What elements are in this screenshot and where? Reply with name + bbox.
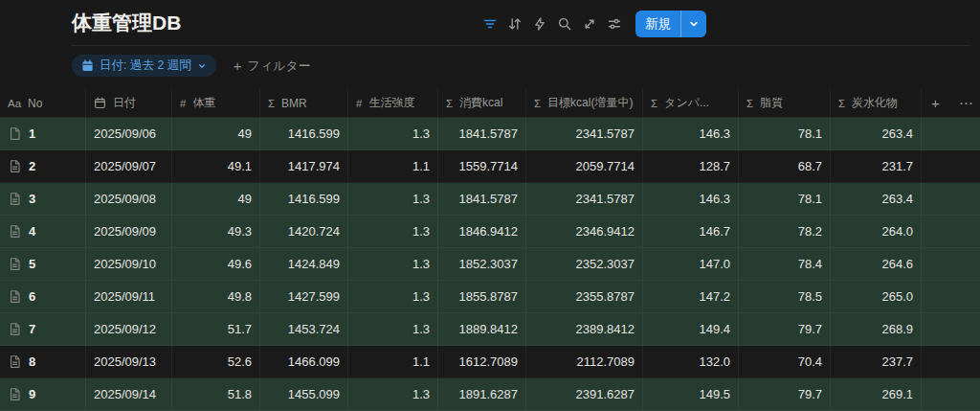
cell-activity[interactable]: 1.3 — [348, 281, 438, 312]
automations-icon[interactable] — [528, 12, 551, 35]
view-settings-icon[interactable] — [603, 12, 626, 35]
cell-bmr[interactable]: 1466.099 — [260, 346, 348, 377]
cell-date[interactable]: 2025/09/06 — [86, 118, 172, 149]
cell-burn-kcal[interactable]: 1889.8412 — [438, 313, 526, 345]
cell-weight[interactable]: 49.8 — [172, 281, 260, 312]
add-column-button[interactable]: + — [929, 95, 942, 111]
cell-carbs[interactable]: 231.7 — [831, 150, 922, 182]
cell-protein[interactable]: 149.5 — [643, 378, 739, 410]
table-row[interactable]: 8 2025/09/13 52.6 1466.099 1.1 1612.7089… — [0, 346, 980, 378]
column-header-date[interactable]: 日付 — [86, 89, 172, 117]
cell-bmr[interactable]: 1453.724 — [260, 313, 348, 345]
new-button-label[interactable]: 新規 — [635, 11, 680, 37]
cell-activity[interactable]: 1.1 — [348, 346, 438, 377]
search-icon[interactable] — [553, 12, 576, 35]
cell-target-kcal[interactable]: 2391.6287 — [526, 378, 643, 410]
cell-bmr[interactable]: 1416.599 — [260, 118, 348, 149]
column-header-activity[interactable]: # 生活強度 — [348, 89, 438, 117]
cell-fat[interactable]: 78.5 — [739, 281, 831, 312]
cell-activity[interactable]: 1.1 — [348, 150, 438, 182]
cell-activity[interactable]: 1.3 — [348, 118, 438, 149]
cell-fat[interactable]: 79.7 — [739, 313, 831, 345]
new-button[interactable]: 新規 — [635, 11, 706, 37]
cell-carbs[interactable]: 268.9 — [831, 313, 922, 345]
cell-target-kcal[interactable]: 2341.5787 — [526, 183, 643, 215]
cell-bmr[interactable]: 1427.599 — [260, 281, 348, 312]
column-header-protein[interactable]: Σ タンパ... — [643, 89, 739, 117]
cell-protein[interactable]: 128.7 — [643, 150, 739, 182]
column-header-burn-kcal[interactable]: Σ 消費kcal — [438, 89, 526, 117]
cell-no[interactable]: 6 — [0, 281, 86, 312]
column-header-fat[interactable]: Σ 脂質 — [739, 89, 831, 117]
column-header-no[interactable]: Aa No — [0, 89, 86, 117]
cell-activity[interactable]: 1.3 — [348, 183, 438, 215]
cell-protein[interactable]: 149.4 — [643, 313, 739, 345]
cell-fat[interactable]: 78.2 — [739, 216, 831, 247]
table-row[interactable]: 9 2025/09/14 51.8 1455.099 1.3 1891.6287… — [0, 378, 980, 411]
cell-weight[interactable]: 49.3 — [172, 216, 260, 247]
cell-bmr[interactable]: 1424.849 — [260, 248, 348, 280]
cell-weight[interactable]: 49.6 — [172, 248, 260, 280]
cell-carbs[interactable]: 264.6 — [831, 248, 922, 280]
add-filter-button[interactable]: + フィルター — [234, 57, 311, 75]
cell-activity[interactable]: 1.3 — [348, 378, 438, 410]
cell-no[interactable]: 8 — [0, 346, 86, 377]
cell-no[interactable]: 1 — [0, 118, 86, 149]
cell-bmr[interactable]: 1417.974 — [260, 150, 348, 182]
cell-target-kcal[interactable]: 2389.8412 — [526, 313, 643, 345]
cell-no[interactable]: 5 — [0, 248, 86, 280]
column-header-weight[interactable]: # 体重 — [172, 89, 260, 117]
cell-no[interactable]: 2 — [0, 150, 86, 182]
cell-bmr[interactable]: 1420.724 — [260, 216, 348, 247]
cell-target-kcal[interactable]: 2059.7714 — [526, 150, 643, 182]
table-row[interactable]: 1 2025/09/06 49 1416.599 1.3 1841.5787 2… — [0, 118, 980, 150]
cell-protein[interactable]: 146.3 — [643, 118, 739, 149]
table-row[interactable]: 5 2025/09/10 49.6 1424.849 1.3 1852.3037… — [0, 248, 980, 281]
cell-activity[interactable]: 1.3 — [348, 216, 438, 247]
cell-activity[interactable]: 1.3 — [348, 248, 438, 280]
cell-burn-kcal[interactable]: 1846.9412 — [438, 216, 526, 247]
cell-burn-kcal[interactable]: 1891.6287 — [438, 378, 526, 410]
cell-weight[interactable]: 49 — [172, 183, 260, 215]
cell-carbs[interactable]: 264.0 — [831, 216, 922, 247]
cell-fat[interactable]: 78.1 — [739, 183, 831, 215]
table-options-button[interactable]: ⋯ — [957, 95, 975, 112]
cell-no[interactable]: 9 — [0, 378, 86, 410]
cell-protein[interactable]: 146.3 — [643, 183, 739, 215]
cell-burn-kcal[interactable]: 1612.7089 — [438, 346, 526, 377]
cell-target-kcal[interactable]: 2352.3037 — [526, 248, 643, 280]
cell-date[interactable]: 2025/09/07 — [86, 150, 172, 182]
cell-protein[interactable]: 147.2 — [643, 281, 739, 312]
cell-date[interactable]: 2025/09/12 — [86, 313, 172, 345]
cell-weight[interactable]: 51.7 — [172, 313, 260, 345]
cell-fat[interactable]: 78.4 — [739, 248, 831, 280]
cell-weight[interactable]: 52.6 — [172, 346, 260, 377]
cell-protein[interactable]: 146.7 — [643, 216, 739, 247]
cell-date[interactable]: 2025/09/08 — [86, 183, 172, 215]
cell-weight[interactable]: 49.1 — [172, 150, 260, 182]
cell-weight[interactable]: 49 — [172, 118, 260, 149]
cell-fat[interactable]: 78.1 — [739, 118, 831, 149]
cell-activity[interactable]: 1.3 — [348, 313, 438, 345]
table-row[interactable]: 2 2025/09/07 49.1 1417.974 1.1 1559.7714… — [0, 150, 980, 183]
cell-weight[interactable]: 51.8 — [172, 378, 260, 410]
cell-bmr[interactable]: 1416.599 — [260, 183, 348, 215]
table-row[interactable]: 4 2025/09/09 49.3 1420.724 1.3 1846.9412… — [0, 216, 980, 248]
date-filter-chip[interactable]: 日付: 過去 2 週間 — [72, 55, 216, 77]
cell-carbs[interactable]: 265.0 — [831, 281, 922, 312]
column-header-carbs[interactable]: Σ 炭水化物 — [831, 89, 922, 117]
expand-icon[interactable] — [578, 12, 601, 35]
cell-burn-kcal[interactable]: 1841.5787 — [438, 183, 526, 215]
cell-protein[interactable]: 132.0 — [643, 346, 739, 377]
table-row[interactable]: 7 2025/09/12 51.7 1453.724 1.3 1889.8412… — [0, 313, 980, 346]
column-header-bmr[interactable]: Σ BMR — [260, 89, 348, 117]
cell-carbs[interactable]: 237.7 — [831, 346, 922, 377]
filter-icon[interactable] — [479, 12, 501, 35]
cell-carbs[interactable]: 263.4 — [831, 118, 922, 149]
cell-carbs[interactable]: 263.4 — [831, 183, 922, 215]
cell-burn-kcal[interactable]: 1855.8787 — [438, 281, 526, 312]
cell-burn-kcal[interactable]: 1841.5787 — [438, 118, 526, 149]
cell-date[interactable]: 2025/09/09 — [86, 216, 172, 247]
cell-burn-kcal[interactable]: 1559.7714 — [438, 150, 526, 182]
cell-fat[interactable]: 68.7 — [739, 150, 831, 182]
